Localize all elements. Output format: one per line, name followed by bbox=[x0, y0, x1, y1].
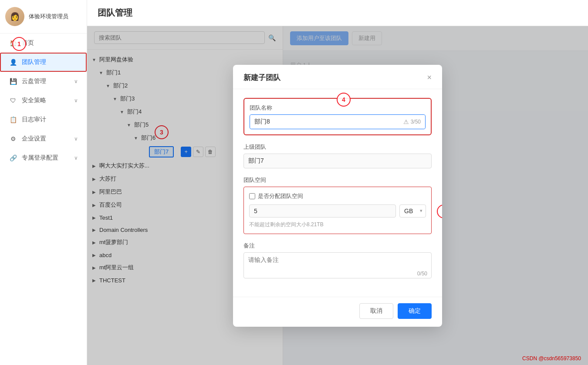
parent-team-section: 上级团队 bbox=[243, 143, 432, 168]
space-hint: 不能超过剩余的空间大小8.21TB bbox=[249, 221, 426, 228]
sidebar-item-home-label: 首页 bbox=[22, 39, 78, 47]
space-unit-wrapper: GB MB TB bbox=[399, 204, 426, 218]
parent-team-input[interactable] bbox=[243, 154, 432, 168]
team-name-char-count: 3/50 bbox=[411, 119, 421, 125]
space-unit-select[interactable]: GB MB TB bbox=[399, 204, 426, 218]
remark-input[interactable] bbox=[243, 252, 432, 278]
team-space-label: 团队空间 bbox=[243, 176, 432, 184]
enterprise-arrow-icon: ∨ bbox=[74, 136, 78, 142]
space-checkbox-row: 是否分配团队空间 bbox=[249, 192, 426, 200]
remark-label: 备注 bbox=[243, 242, 432, 250]
sidebar-header: 👩 体验环境管理员 bbox=[0, 0, 87, 33]
sidebar-item-cloud[interactable]: 💾 云盘管理 ∨ bbox=[0, 72, 87, 91]
cancel-button[interactable]: 取消 bbox=[359, 303, 393, 319]
avatar-image: 👩 bbox=[5, 7, 24, 26]
modal-header: 新建子团队 × bbox=[233, 65, 442, 89]
sidebar-item-audit[interactable]: 📋 日志审计 bbox=[0, 110, 87, 129]
remark-textarea-wrapper: 0/50 bbox=[243, 252, 432, 280]
remark-char-count: 0/50 bbox=[417, 271, 427, 277]
main-content: 团队管理 🔍 3 ▼ 阿里网盘体验 bbox=[87, 0, 588, 365]
modal-body: 团队名称 4 ⚠ 3/50 bbox=[233, 89, 442, 297]
annotation-circle-1: 1 bbox=[12, 37, 26, 51]
team-space-box: 5 是否分配团队空间 GB MB bbox=[243, 187, 432, 234]
modal-close-btn[interactable]: × bbox=[427, 74, 432, 81]
sidebar-item-enterprise[interactable]: ⚙ 企业设置 ∨ bbox=[0, 129, 87, 148]
csdn-watermark: CSDN @csdn565973850 bbox=[522, 355, 581, 362]
warning-dot-icon: ⚠ bbox=[403, 118, 409, 125]
sidebar-item-security-label: 安全策略 bbox=[22, 97, 74, 104]
sidebar-item-team-label: 团队管理 bbox=[22, 58, 78, 66]
sso-arrow-icon: ∨ bbox=[74, 155, 78, 161]
page-header: 团队管理 bbox=[87, 0, 588, 26]
security-icon: 🛡 bbox=[9, 96, 17, 105]
new-sub-team-modal: 新建子团队 × 团队名称 4 ⚠ bbox=[233, 65, 442, 327]
annotation-circle-5: 5 bbox=[437, 204, 442, 218]
team-name-count: ⚠ 3/50 bbox=[403, 118, 421, 125]
sidebar-item-enterprise-label: 企业设置 bbox=[22, 135, 74, 143]
confirm-button[interactable]: 确定 bbox=[398, 303, 432, 319]
team-name-input-wrapper: ⚠ 3/50 bbox=[250, 114, 426, 129]
sidebar-item-sso[interactable]: 🔗 专属登录配置 ∨ bbox=[0, 148, 87, 167]
parent-team-label: 上级团队 bbox=[243, 143, 432, 151]
space-value-input[interactable] bbox=[249, 204, 396, 218]
team-name-input[interactable] bbox=[250, 115, 425, 129]
sidebar: 👩 体验环境管理员 1 🏠 首页 👤 团队管理 💾 云盘管理 ∨ 🛡 安全策略 … bbox=[0, 0, 87, 365]
remark-section: 备注 0/50 bbox=[243, 242, 432, 280]
sidebar-item-team[interactable]: 👤 团队管理 bbox=[0, 53, 87, 72]
page-title: 团队管理 bbox=[98, 8, 132, 17]
team-icon: 👤 bbox=[9, 58, 17, 67]
enterprise-icon: ⚙ bbox=[9, 134, 17, 143]
space-checkbox[interactable] bbox=[249, 193, 255, 199]
content-area: 🔍 3 ▼ 阿里网盘体验 ▼ 部门1 bbox=[87, 26, 588, 365]
sidebar-item-audit-label: 日志审计 bbox=[22, 116, 78, 124]
audit-icon: 📋 bbox=[9, 115, 17, 124]
space-input-row: GB MB TB bbox=[249, 204, 426, 218]
annotation-circle-4: 4 bbox=[337, 93, 351, 107]
user-name: 体验环境管理员 bbox=[29, 13, 68, 20]
avatar: 👩 bbox=[5, 7, 24, 26]
modal-footer: 取消 确定 bbox=[233, 297, 442, 327]
modal-overlay: 新建子团队 × 团队名称 4 ⚠ bbox=[87, 26, 588, 365]
sso-icon: 🔗 bbox=[9, 154, 17, 162]
sidebar-item-cloud-label: 云盘管理 bbox=[22, 77, 74, 85]
space-checkbox-label[interactable]: 是否分配团队空间 bbox=[258, 192, 303, 200]
modal-title: 新建子团队 bbox=[243, 73, 280, 83]
team-name-section: 团队名称 4 ⚠ 3/50 bbox=[243, 98, 432, 135]
sidebar-item-security[interactable]: 🛡 安全策略 ∨ bbox=[0, 91, 87, 110]
security-arrow-icon: ∨ bbox=[74, 97, 78, 104]
cloud-arrow-icon: ∨ bbox=[74, 78, 78, 84]
team-space-section: 团队空间 5 是否分配团队空间 bbox=[243, 176, 432, 234]
sidebar-item-sso-label: 专属登录配置 bbox=[22, 154, 74, 162]
cloud-icon: 💾 bbox=[9, 77, 17, 86]
